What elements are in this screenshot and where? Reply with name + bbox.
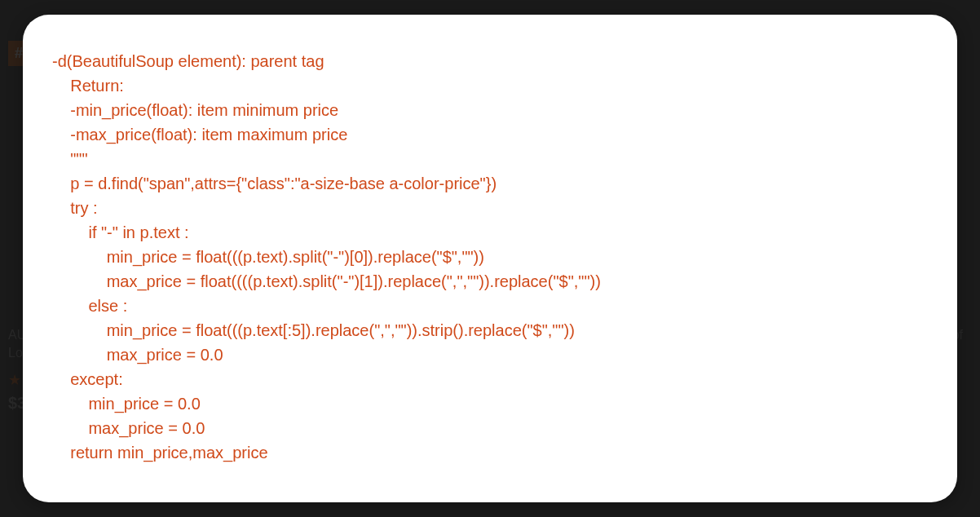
code-block: -d(BeautifulSoup element): parent tag Re… (52, 49, 928, 465)
code-overlay-card: -d(BeautifulSoup element): parent tag Re… (23, 15, 957, 502)
